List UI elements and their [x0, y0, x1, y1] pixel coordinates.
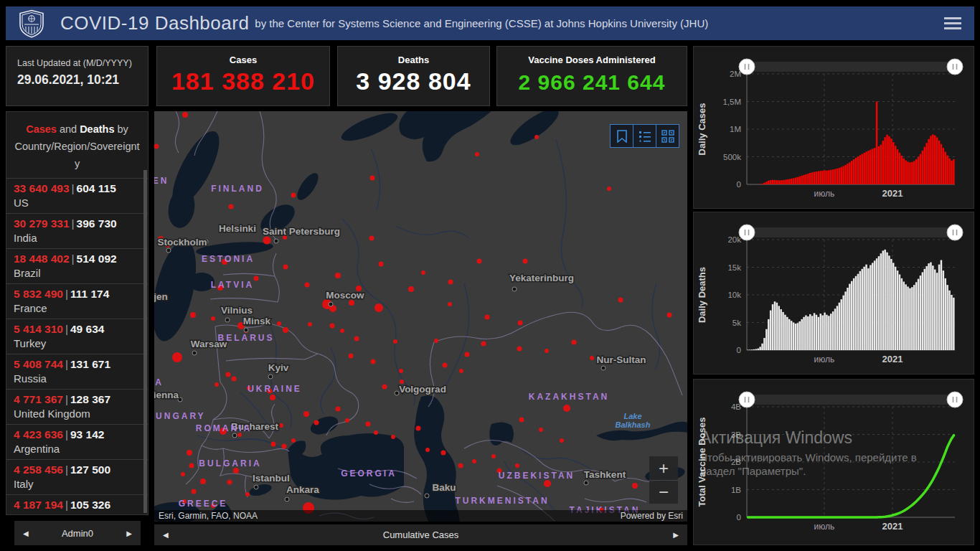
zoom-out-button[interactable]: −	[649, 480, 678, 504]
covid-dot[interactable]	[192, 489, 197, 494]
covid-dot[interactable]	[539, 428, 543, 432]
covid-dot[interactable]	[226, 372, 231, 377]
covid-dot[interactable]	[283, 265, 288, 270]
covid-dot[interactable]	[465, 352, 470, 357]
covid-dot[interactable]	[270, 395, 275, 400]
covid-dot[interactable]	[632, 483, 638, 489]
country-row[interactable]: 5 408 744|131 671Russia	[6, 354, 148, 389]
covid-dot[interactable]	[349, 354, 354, 359]
covid-dot[interactable]	[305, 283, 310, 288]
covid-dot[interactable]	[458, 463, 463, 468]
covid-dot[interactable]	[515, 463, 519, 468]
covid-dot[interactable]	[291, 438, 296, 443]
covid-dot[interactable]	[374, 303, 383, 312]
covid-dot[interactable]	[618, 298, 623, 303]
covid-dot[interactable]	[172, 352, 182, 362]
covid-dot[interactable]	[229, 204, 234, 209]
layer-prev-icon[interactable]: ◀	[163, 531, 169, 539]
covid-dot[interactable]	[545, 349, 549, 353]
basemap-button[interactable]	[656, 124, 679, 148]
covid-dot[interactable]	[366, 422, 371, 427]
covid-dot[interactable]	[517, 347, 522, 352]
sidebar-scrollbar[interactable]	[143, 170, 147, 513]
bookmark-button[interactable]	[610, 124, 633, 148]
covid-dot[interactable]	[491, 454, 496, 458]
admin-next-icon[interactable]: ▶	[126, 529, 132, 537]
covid-dot[interactable]	[187, 450, 192, 456]
covid-dot[interactable]	[277, 321, 281, 326]
time-slider-handle[interactable]	[947, 392, 963, 408]
covid-dot[interactable]	[370, 176, 375, 181]
covid-dot[interactable]	[211, 316, 215, 321]
covid-dot[interactable]	[245, 492, 250, 496]
covid-dot[interactable]	[283, 327, 288, 333]
covid-dot[interactable]	[560, 438, 564, 443]
covid-dot[interactable]	[607, 187, 611, 191]
covid-dot[interactable]	[279, 423, 283, 428]
covid-dot[interactable]	[330, 324, 335, 329]
country-row[interactable]: 4 423 636|93 142Argentina	[6, 424, 148, 459]
covid-dot[interactable]	[303, 411, 309, 417]
covid-dot[interactable]	[336, 407, 341, 412]
covid-dot[interactable]	[189, 463, 194, 468]
covid-dot[interactable]	[391, 435, 395, 439]
covid-dot[interactable]	[379, 262, 384, 267]
covid-dot[interactable]	[421, 270, 425, 275]
covid-dot[interactable]	[563, 405, 570, 412]
covid-dot[interactable]	[349, 300, 354, 306]
covid-dot[interactable]	[523, 259, 528, 264]
covid-dot[interactable]	[459, 369, 463, 373]
covid-dot[interactable]	[448, 302, 452, 306]
layer-next-icon[interactable]: ▶	[673, 531, 679, 539]
time-slider-handle[interactable]	[947, 59, 963, 75]
country-row[interactable]: 18 448 402|514 092Brazil	[6, 248, 148, 283]
country-row[interactable]: 5 832 490|111 174France	[6, 283, 148, 319]
covid-dot[interactable]	[271, 442, 276, 447]
covid-dot[interactable]	[572, 340, 577, 345]
time-slider-handle[interactable]	[947, 225, 963, 240]
covid-dot[interactable]	[667, 313, 672, 318]
covid-dot[interactable]	[369, 236, 374, 241]
covid-dot[interactable]	[182, 112, 188, 118]
covid-dot[interactable]	[590, 356, 594, 360]
covid-dot[interactable]	[475, 152, 479, 156]
covid-dot[interactable]	[518, 321, 523, 326]
zoom-in-button[interactable]: +	[649, 456, 678, 480]
covid-dot[interactable]	[371, 359, 376, 364]
country-row[interactable]: 33 640 493|604 115US	[6, 178, 148, 213]
covid-dot[interactable]	[154, 144, 159, 149]
covid-dot[interactable]	[472, 459, 476, 463]
country-row[interactable]: 4 258 456|127 500Italy	[6, 459, 148, 494]
covid-dot[interactable]	[291, 193, 296, 198]
covid-dot[interactable]	[393, 339, 397, 344]
covid-dot[interactable]	[425, 448, 430, 452]
covid-dot[interactable]	[448, 280, 453, 285]
country-row[interactable]: 4 771 367|128 367United Kingdom	[6, 389, 148, 424]
covid-dot[interactable]	[477, 259, 482, 264]
covid-dot[interactable]	[408, 286, 414, 292]
country-row[interactable]: 4 187 194|105 326Colombia	[6, 494, 148, 515]
country-row[interactable]: 5 414 310|49 634Turkey	[6, 319, 148, 354]
covid-dot[interactable]	[374, 430, 378, 435]
covid-dot[interactable]	[544, 480, 551, 487]
covid-dot[interactable]	[443, 363, 448, 368]
world-map[interactable]: HelsinkiSaint PetersburgStockholmMoscowV…	[154, 111, 687, 522]
covid-dot[interactable]	[481, 342, 486, 347]
covid-dot[interactable]	[485, 315, 490, 320]
time-slider-handle[interactable]	[739, 225, 755, 240]
covid-dot[interactable]	[314, 420, 319, 425]
covid-dot[interactable]	[308, 322, 312, 326]
covid-dot[interactable]	[215, 382, 219, 387]
covid-dot[interactable]	[534, 135, 539, 139]
covid-dot[interactable]	[282, 444, 287, 449]
covid-dot[interactable]	[354, 336, 359, 342]
covid-dot[interactable]	[232, 377, 237, 382]
covid-dot[interactable]	[345, 418, 349, 423]
hamburger-menu-icon[interactable]	[944, 14, 961, 32]
time-slider-handle[interactable]	[739, 392, 755, 408]
covid-dot[interactable]	[382, 385, 387, 390]
admin-prev-icon[interactable]: ◀	[23, 529, 29, 537]
covid-dot[interactable]	[263, 237, 271, 245]
covid-dot[interactable]	[434, 339, 438, 343]
map-canvas[interactable]: HelsinkiSaint PetersburgStockholmMoscowV…	[154, 111, 687, 522]
